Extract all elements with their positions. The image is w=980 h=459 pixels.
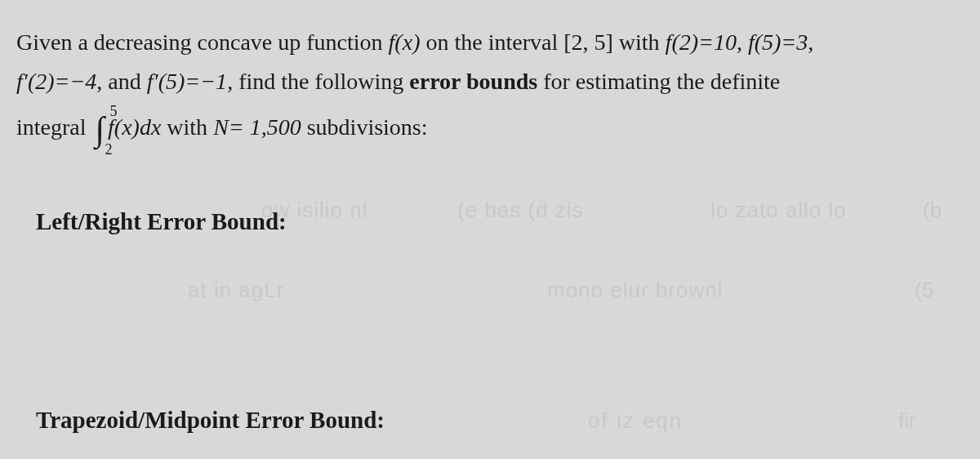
text-segment: on the interval [2, 5] with [420,29,665,55]
left-right-error-bound-header: Left/Right Error Bound: [36,208,964,235]
comma: , [737,29,748,55]
text-segment: with [161,114,213,140]
integral-expression: ∫ 5 2 [96,100,105,158]
function-fx: f(x) [389,29,421,55]
n-value: N= 1,500 [213,114,301,140]
f-of-5: f(5)=3 [748,29,808,55]
bleed-through-text: (5 [915,278,933,303]
fprime-of-5: f′(5)=−1 [147,69,227,94]
text-segment: integral [16,114,92,140]
integral-upper-limit: 5 [110,99,118,124]
problem-statement: Given a decreasing concave up function f… [16,23,964,159]
bleed-through-text: at in agLr [188,278,284,303]
text-segment: , and [96,69,146,94]
text-segment: , find the following [227,69,409,94]
integral-lower-limit: 2 [105,137,113,163]
error-bounds-text: error bounds [409,69,537,94]
fprime-of-2: f′(2)=−4 [16,69,96,94]
text-segment: for estimating the definite [537,69,780,94]
comma: , [808,29,813,55]
integral-sign-icon: ∫ 5 2 [96,100,105,158]
text-segment: Given a decreasing concave up function [16,29,389,55]
bleed-through-text: mono elur brownl [547,278,723,303]
text-segment: subdivisions: [301,114,428,140]
f-of-2: f(2)=10 [666,29,737,55]
trapezoid-midpoint-error-bound-header: Trapezoid/Midpoint Error Bound: [36,407,964,434]
